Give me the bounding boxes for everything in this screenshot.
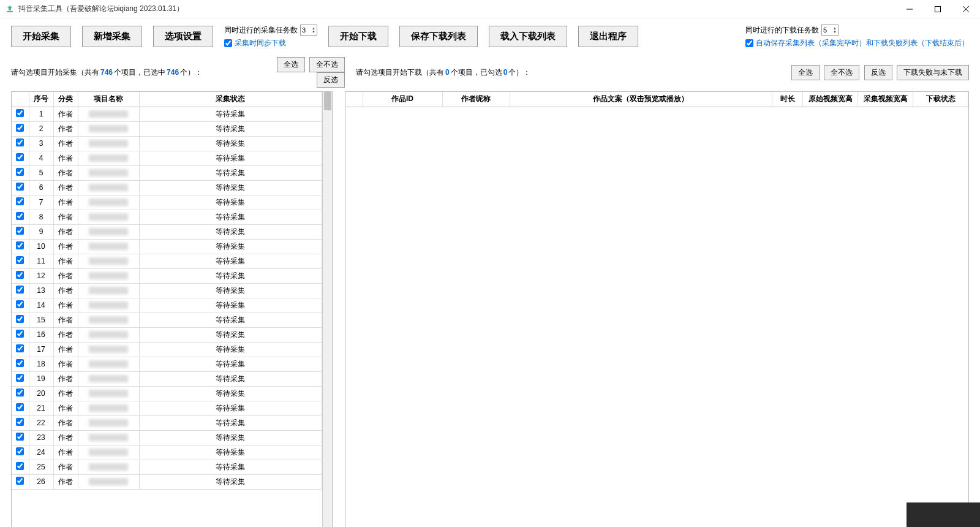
right-col-dl-status[interactable]: 下载状态 bbox=[913, 92, 968, 107]
right-invert-button[interactable]: 反选 bbox=[864, 65, 892, 80]
table-row[interactable]: 6作者等待采集 bbox=[12, 180, 322, 195]
left-select-none-button[interactable]: 全不选 bbox=[309, 57, 345, 72]
table-row[interactable]: 5作者等待采集 bbox=[12, 165, 322, 180]
row-index: 26 bbox=[29, 474, 53, 489]
table-row[interactable]: 15作者等待采集 bbox=[12, 313, 322, 327]
minimize-button[interactable] bbox=[895, 0, 924, 18]
left-invert-button[interactable]: 反选 bbox=[317, 72, 345, 88]
table-row[interactable]: 23作者等待采集 bbox=[12, 430, 322, 445]
table-row[interactable]: 1作者等待采集 bbox=[12, 107, 322, 121]
row-checkbox[interactable] bbox=[16, 227, 24, 235]
right-col-orig-size[interactable]: 原始视频宽高 bbox=[803, 92, 858, 107]
row-checkbox[interactable] bbox=[16, 462, 24, 470]
row-checkbox[interactable] bbox=[16, 168, 24, 176]
left-col-category[interactable]: 分类 bbox=[53, 92, 78, 107]
row-checkbox[interactable] bbox=[16, 271, 24, 279]
row-checkbox[interactable] bbox=[16, 241, 24, 249]
spinner-arrows-icon[interactable]: ▲▼ bbox=[833, 26, 837, 34]
row-checkbox[interactable] bbox=[16, 212, 24, 220]
table-row[interactable]: 7作者等待采集 bbox=[12, 195, 322, 210]
start-download-button[interactable]: 开始下载 bbox=[328, 26, 388, 47]
left-col-name[interactable]: 项目名称 bbox=[78, 92, 139, 107]
row-checkbox[interactable] bbox=[16, 300, 24, 308]
table-row[interactable]: 18作者等待采集 bbox=[12, 357, 322, 371]
row-checkbox[interactable] bbox=[16, 183, 24, 191]
table-row[interactable]: 14作者等待采集 bbox=[12, 298, 322, 313]
row-checkbox[interactable] bbox=[16, 197, 24, 205]
row-checkbox[interactable] bbox=[16, 124, 24, 132]
save-list-button[interactable]: 保存下载列表 bbox=[399, 26, 478, 47]
table-row[interactable]: 11作者等待采集 bbox=[12, 254, 322, 268]
close-button[interactable] bbox=[952, 0, 980, 18]
right-col-author[interactable]: 作者昵称 bbox=[442, 92, 510, 107]
start-collect-button[interactable]: 开始采集 bbox=[11, 26, 71, 47]
table-row[interactable]: 13作者等待采集 bbox=[12, 283, 322, 298]
row-checkbox[interactable] bbox=[16, 330, 24, 338]
table-row[interactable]: 24作者等待采集 bbox=[12, 445, 322, 460]
row-status: 等待采集 bbox=[139, 195, 322, 210]
download-task-spinner[interactable]: ▲▼ bbox=[821, 25, 839, 36]
table-row[interactable]: 2作者等待采集 bbox=[12, 121, 322, 136]
row-checkbox[interactable] bbox=[16, 389, 24, 396]
left-col-checkbox[interactable] bbox=[12, 92, 29, 107]
row-checkbox[interactable] bbox=[16, 344, 24, 352]
right-select-none-button[interactable]: 全不选 bbox=[824, 65, 859, 80]
left-col-status[interactable]: 采集状态 bbox=[139, 92, 322, 107]
row-checkbox[interactable] bbox=[16, 433, 24, 441]
row-checkbox[interactable] bbox=[16, 477, 24, 485]
row-category: 作者 bbox=[53, 224, 78, 239]
left-scrollbar-thumb[interactable] bbox=[324, 92, 331, 110]
download-task-input[interactable] bbox=[823, 26, 832, 34]
row-index: 4 bbox=[29, 151, 53, 165]
options-button[interactable]: 选项设置 bbox=[153, 26, 213, 47]
left-scrollbar[interactable] bbox=[322, 92, 332, 527]
row-checkbox[interactable] bbox=[16, 374, 24, 382]
exit-button[interactable]: 退出程序 bbox=[578, 26, 638, 47]
right-col-checkbox[interactable] bbox=[345, 92, 363, 107]
auto-save-checkbox[interactable] bbox=[745, 39, 753, 47]
table-row[interactable]: 19作者等待采集 bbox=[12, 371, 322, 386]
collect-task-input[interactable] bbox=[302, 26, 311, 34]
row-checkbox[interactable] bbox=[16, 286, 24, 294]
row-checkbox[interactable] bbox=[16, 256, 24, 264]
table-row[interactable]: 17作者等待采集 bbox=[12, 342, 322, 357]
load-list-button[interactable]: 载入下载列表 bbox=[489, 26, 567, 47]
table-row[interactable]: 12作者等待采集 bbox=[12, 268, 322, 283]
table-row[interactable]: 25作者等待采集 bbox=[12, 460, 322, 474]
right-select-all-button[interactable]: 全选 bbox=[791, 65, 820, 80]
right-col-work-id[interactable]: 作品ID bbox=[363, 92, 442, 107]
maximize-button[interactable] bbox=[924, 0, 952, 18]
download-failed-button[interactable]: 下载失败与未下载 bbox=[897, 65, 969, 80]
table-row[interactable]: 9作者等待采集 bbox=[12, 224, 322, 239]
row-checkbox[interactable] bbox=[16, 403, 24, 411]
row-category: 作者 bbox=[53, 298, 78, 313]
row-category: 作者 bbox=[53, 195, 78, 210]
row-checkbox[interactable] bbox=[16, 447, 24, 455]
row-checkbox[interactable] bbox=[16, 138, 24, 146]
spinner-arrows-icon[interactable]: ▲▼ bbox=[312, 26, 315, 34]
right-col-duration[interactable]: 时长 bbox=[772, 92, 803, 107]
row-checkbox[interactable] bbox=[16, 359, 24, 367]
collect-task-spinner[interactable]: ▲▼ bbox=[300, 25, 317, 36]
table-row[interactable]: 26作者等待采集 bbox=[12, 474, 322, 489]
table-row[interactable]: 10作者等待采集 bbox=[12, 239, 322, 254]
table-row[interactable]: 3作者等待采集 bbox=[12, 136, 322, 151]
table-row[interactable]: 21作者等待采集 bbox=[12, 401, 322, 415]
right-col-collect-size[interactable]: 采集视频宽高 bbox=[858, 92, 913, 107]
row-category: 作者 bbox=[53, 401, 78, 415]
table-row[interactable]: 4作者等待采集 bbox=[12, 151, 322, 165]
table-row[interactable]: 22作者等待采集 bbox=[12, 415, 322, 430]
row-checkbox[interactable] bbox=[16, 153, 24, 161]
left-select-all-button[interactable]: 全选 bbox=[277, 57, 305, 72]
row-checkbox[interactable] bbox=[16, 418, 24, 426]
table-row[interactable]: 16作者等待采集 bbox=[12, 327, 322, 342]
left-prompt-suffix: 个）： bbox=[180, 67, 202, 78]
sync-download-checkbox[interactable] bbox=[224, 39, 232, 47]
left-col-index[interactable]: 序号 bbox=[29, 92, 53, 107]
table-row[interactable]: 8作者等待采集 bbox=[12, 210, 322, 224]
row-checkbox[interactable] bbox=[16, 109, 24, 117]
row-checkbox[interactable] bbox=[16, 315, 24, 323]
right-col-content[interactable]: 作品文案（双击预览或播放） bbox=[510, 92, 772, 107]
add-collect-button[interactable]: 新增采集 bbox=[82, 26, 142, 47]
table-row[interactable]: 20作者等待采集 bbox=[12, 386, 322, 401]
